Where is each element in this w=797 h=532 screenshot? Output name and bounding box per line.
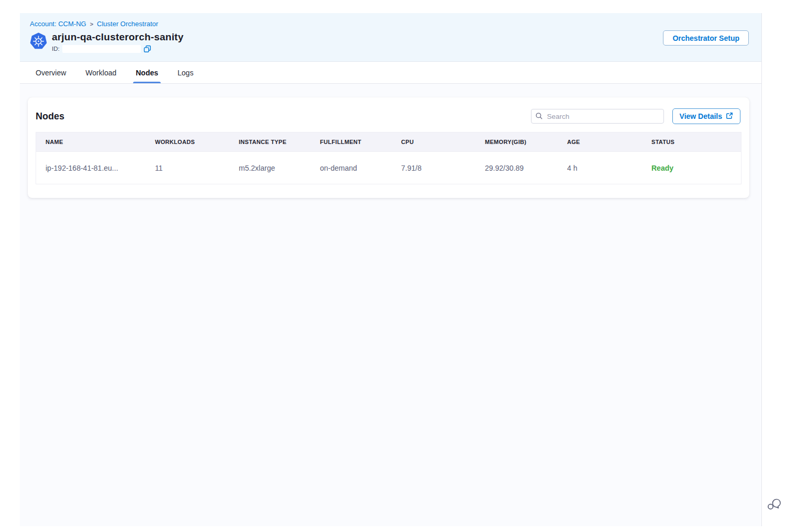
tab-overview[interactable]: Overview: [36, 62, 66, 83]
node-status-badge: Ready: [651, 164, 741, 172]
title-block: arjun-qa-clusterorch-sanity ID:: [52, 31, 183, 53]
id-label: ID:: [52, 46, 60, 52]
search-input[interactable]: [531, 109, 664, 124]
column-header-workloads: WORKLOADS: [155, 139, 239, 145]
search-icon: [535, 112, 543, 122]
copy-icon[interactable]: [143, 45, 152, 53]
tabbar: Overview Workload Nodes Logs: [20, 62, 761, 84]
search-box: [531, 109, 664, 124]
nodes-card: Nodes View Details: [28, 97, 749, 198]
nodes-card-title: Nodes: [36, 111, 64, 122]
active-tab-underline: [133, 82, 161, 83]
column-header-instance-type: INSTANCE TYPE: [239, 139, 320, 145]
tab-logs[interactable]: Logs: [178, 62, 193, 83]
breadcrumb-account-link[interactable]: Account: CCM-NG: [30, 20, 86, 28]
column-header-age: AGE: [567, 139, 651, 145]
node-age-cell: 4 h: [567, 164, 651, 172]
tab-nodes[interactable]: Nodes: [136, 62, 158, 83]
node-cpu-cell: 7.91/8: [401, 164, 485, 172]
node-fulfillment-cell: on-demand: [320, 164, 401, 172]
id-row: ID:: [52, 45, 183, 53]
page: Account: CCM-NG > Cluster Orchestrator: [0, 0, 797, 532]
content-area: Nodes View Details: [20, 84, 761, 198]
column-header-status: STATUS: [651, 139, 741, 145]
node-workloads-cell: 11: [155, 164, 239, 172]
nodes-card-header: Nodes View Details: [28, 97, 749, 124]
orchestrator-setup-button[interactable]: Orchestrator Setup: [663, 30, 749, 46]
nodes-table: NAME WORKLOADS INSTANCE TYPE FULFILLMENT…: [36, 132, 741, 184]
column-header-cpu: CPU: [401, 139, 485, 145]
breadcrumb-cluster-orchestrator-link[interactable]: Cluster Orchestrator: [97, 20, 158, 28]
id-value-redacted: [62, 45, 141, 53]
column-header-name: NAME: [36, 139, 155, 145]
column-header-fulfillment: FULFILLMENT: [320, 139, 401, 145]
kubernetes-icon: [30, 32, 47, 50]
chat-bubble-icon[interactable]: [765, 495, 782, 512]
cluster-header: Account: CCM-NG > Cluster Orchestrator: [20, 13, 761, 62]
view-details-button[interactable]: View Details: [672, 108, 740, 124]
node-name-cell: ip-192-168-41-81.eu...: [36, 164, 155, 172]
node-memory-cell: 29.92/30.89: [485, 164, 567, 172]
breadcrumb-separator: >: [90, 21, 93, 27]
node-instance-type-cell: m5.2xlarge: [239, 164, 320, 172]
external-link-icon: [726, 112, 733, 121]
app-frame: Account: CCM-NG > Cluster Orchestrator: [20, 13, 762, 526]
tab-workload[interactable]: Workload: [85, 62, 116, 83]
breadcrumb: Account: CCM-NG > Cluster Orchestrator: [30, 20, 749, 28]
cluster-title: arjun-qa-clusterorch-sanity: [52, 31, 183, 43]
title-row: arjun-qa-clusterorch-sanity ID:: [30, 31, 749, 53]
table-header-row: NAME WORKLOADS INSTANCE TYPE FULFILLMENT…: [36, 132, 741, 151]
card-header-actions: View Details: [531, 108, 740, 124]
column-header-memory: MEMORY(GIB): [485, 139, 567, 145]
table-row[interactable]: ip-192-168-41-81.eu... 11 m5.2xlarge on-…: [36, 151, 741, 184]
